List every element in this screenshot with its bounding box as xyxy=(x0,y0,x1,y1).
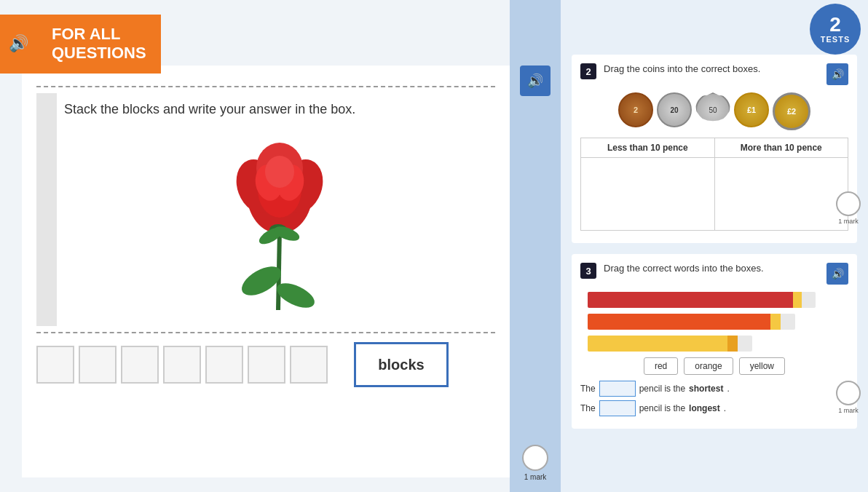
question-3-card: 3 Drag the correct words into the boxes.… xyxy=(572,254,857,429)
q2-col-more: More than 10 pence xyxy=(714,138,848,158)
svg-point-11 xyxy=(265,156,294,188)
block-3 xyxy=(121,346,159,384)
q3-mark-circle xyxy=(836,381,861,405)
q2-less-cell[interactable] xyxy=(581,158,715,231)
q3-speaker-button[interactable]: 🔊 xyxy=(826,263,848,285)
block-4 xyxy=(163,346,201,384)
q3-word-options: red orange yellow xyxy=(580,357,848,375)
coin-2pound[interactable]: £2 xyxy=(773,92,810,130)
q2-number: 2 xyxy=(580,63,596,79)
q3-s2-pencil-is: pencil is the xyxy=(639,403,685,413)
question-area: Stack the blocks and write your answer i… xyxy=(22,66,510,477)
q3-s2-bold: longest xyxy=(689,403,720,413)
coin-50p[interactable]: 50 xyxy=(695,92,730,127)
left-mark-label: 1 mark xyxy=(522,473,548,481)
q3-mark-area: 1 mark xyxy=(836,381,861,414)
pencil-yellow xyxy=(588,336,752,352)
q3-blank-1[interactable] xyxy=(599,381,636,397)
q3-s1-pencil-is: pencil is the xyxy=(639,384,685,394)
tests-badge: 2 TESTS xyxy=(810,4,861,55)
left-panel: 🔊 FOR ALL QUESTIONS Stack the blocks and… xyxy=(0,0,561,492)
q2-mark-text: 1 mark xyxy=(838,218,859,225)
measurement-bar xyxy=(36,93,57,326)
q3-pencil-red-row xyxy=(588,292,841,308)
right-panel: 2 TESTS 2 Drag the coins into the correc… xyxy=(561,0,868,492)
q3-mark-text: 1 mark xyxy=(838,407,859,414)
word-btn-red[interactable]: red xyxy=(644,357,678,375)
q3-sentence-2: The pencil is the longest . xyxy=(580,400,848,416)
q3-pencil-orange-row xyxy=(588,314,841,330)
left-speaker-button[interactable]: 🔊 xyxy=(520,66,551,96)
left-blue-sidebar: 🔊 1 mark xyxy=(510,0,561,492)
q3-s1-end: . xyxy=(727,384,729,394)
bottom-dashed-line xyxy=(36,332,495,333)
speaker-header-icon[interactable]: 🔊 xyxy=(0,15,37,74)
q2-sort-table: Less than 10 pence More than 10 pence xyxy=(580,138,848,231)
coin-2p[interactable]: 2 xyxy=(618,92,653,127)
block-5 xyxy=(205,346,243,384)
right-panel-inner: 2 Drag the coins into the correct boxes.… xyxy=(572,11,857,429)
q3-text: Drag the correct words into the boxes. xyxy=(604,263,819,274)
main-container: 🔊 FOR ALL QUESTIONS Stack the blocks and… xyxy=(0,0,868,492)
q3-sentence-1: The pencil is the shortest . xyxy=(580,381,848,397)
q3-s1-bold: shortest xyxy=(689,384,723,394)
q2-header: 2 Drag the coins into the correct boxes.… xyxy=(580,63,848,85)
top-dashed-line xyxy=(36,86,495,87)
rose-area: Stack the blocks and write your answer i… xyxy=(36,93,495,326)
word-btn-orange[interactable]: orange xyxy=(684,357,733,375)
question-2-card: 2 Drag the coins into the correct boxes.… xyxy=(572,55,857,243)
q3-number: 3 xyxy=(580,263,596,279)
q2-more-cell[interactable] xyxy=(714,158,848,231)
q2-mark-circle xyxy=(836,191,861,216)
instruction-text: Stack the blocks and write your answer i… xyxy=(64,102,495,117)
q3-blank-2[interactable] xyxy=(599,400,636,416)
pencil-orange xyxy=(588,314,795,330)
blocks-row: blocks xyxy=(36,342,495,387)
word-btn-yellow[interactable]: yellow xyxy=(739,357,785,375)
rose-svg xyxy=(214,128,345,317)
q3-header: 3 Drag the correct words into the boxes.… xyxy=(580,263,848,285)
q2-speaker-button[interactable]: 🔊 xyxy=(826,63,848,85)
q3-s1-the: The xyxy=(580,384,596,394)
q2-col-less: Less than 10 pence xyxy=(581,138,715,158)
block-7 xyxy=(290,346,328,384)
coin-20p[interactable]: 20 xyxy=(657,92,692,127)
left-mark-circle xyxy=(522,445,548,471)
q2-mark-area: 1 mark xyxy=(836,191,861,225)
q2-text: Drag the coins into the correct boxes. xyxy=(604,63,819,74)
blocks-answer-box[interactable]: blocks xyxy=(354,342,449,387)
for-all-questions-label: FOR ALL QUESTIONS xyxy=(37,15,161,74)
rose-illustration xyxy=(64,128,495,317)
q3-s2-end: . xyxy=(724,403,726,413)
block-1 xyxy=(36,346,74,384)
q3-s2-the: The xyxy=(580,403,596,413)
block-6 xyxy=(248,346,285,384)
q3-pencil-yellow-row xyxy=(588,336,841,352)
coin-1pound[interactable]: £1 xyxy=(734,92,769,127)
pencil-red xyxy=(588,292,816,308)
left-mark-area: 1 mark xyxy=(522,445,548,481)
q3-pencils xyxy=(580,292,848,352)
q2-coins-row: 2 20 50 £1 £2 xyxy=(580,92,848,130)
block-2 xyxy=(79,346,117,384)
